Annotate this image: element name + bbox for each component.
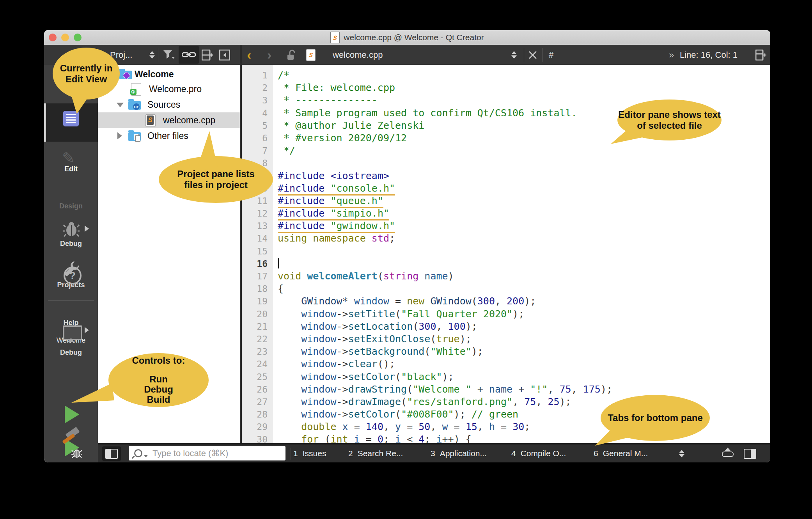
minimize-traffic-light[interactable]: [61, 34, 69, 41]
line-content[interactable]: * File: welcome.cpp: [270, 82, 395, 94]
tree-row-cpp-file-selected[interactable]: welcome.cpp: [98, 112, 240, 128]
line-content[interactable]: /*: [270, 69, 289, 82]
help-mode-icon[interactable]: ?: [64, 267, 82, 284]
code-line[interactable]: 17void welcomeAlert(string name): [242, 270, 770, 283]
close-document-icon[interactable]: [528, 45, 537, 65]
window-title: welcome.cpp @ Welcome - Qt Creator: [344, 33, 484, 42]
symbol-selector[interactable]: #: [549, 45, 553, 65]
code-line[interactable]: 24 window->clear();: [242, 358, 770, 370]
code-line[interactable]: 20 window->setTitle("Fall Quarter 2020")…: [242, 308, 770, 320]
line-content[interactable]: window->clear();: [270, 358, 395, 370]
design-mode-icon[interactable]: ✎: [62, 149, 75, 167]
tree-label: Other files: [147, 131, 188, 141]
line-content[interactable]: #include "console.h": [270, 182, 395, 195]
line-content[interactable]: [270, 245, 278, 258]
open-file-name[interactable]: welcome.cpp: [333, 45, 383, 65]
tree-row-other-files[interactable]: Other files: [98, 128, 240, 144]
left-panel-icon: [105, 449, 118, 459]
pane-selector-updown-icon[interactable]: [149, 45, 155, 65]
expander-open-icon[interactable]: [117, 103, 124, 107]
code-line[interactable]: 1/*: [242, 69, 770, 82]
line-content[interactable]: window->setLocation(300, 100);: [270, 320, 477, 333]
line-content[interactable]: * Sample program used to confirm Qt/CS10…: [270, 107, 577, 119]
line-content[interactable]: * @author Julie Zelenski: [270, 119, 424, 132]
edit-mode-icon[interactable]: [63, 111, 79, 126]
output-tab-general-messages[interactable]: 6General M...: [594, 444, 648, 462]
output-tab-issues[interactable]: 1Issues: [293, 444, 326, 462]
zoom-traffic-light[interactable]: [74, 34, 82, 41]
link-with-editor-button[interactable]: [179, 46, 199, 64]
top-toolbar: Proj... ‹ ›: [44, 45, 770, 65]
line-number: 26: [242, 383, 270, 396]
code-line[interactable]: 15: [242, 245, 770, 258]
code-line[interactable]: 16: [242, 258, 770, 270]
code-line[interactable]: 25 window->setColor("black");: [242, 371, 770, 383]
debug-mode-icon[interactable]: [63, 221, 80, 237]
code-line[interactable]: 13#include "gwindow.h": [242, 220, 770, 232]
code-line[interactable]: 2 * File: welcome.cpp: [242, 82, 770, 94]
line-content[interactable]: [270, 258, 279, 270]
line-col-indicator[interactable]: Line: 16, Col: 1: [680, 45, 738, 65]
output-tab-search-results[interactable]: 2Search Re...: [348, 444, 403, 462]
toggle-right-sidebar-button[interactable]: [741, 446, 759, 461]
line-content[interactable]: window->setExitOnClose(true);: [270, 333, 472, 345]
run-button[interactable]: [65, 405, 79, 423]
output-tab-application-output[interactable]: 3Application...: [431, 444, 487, 462]
close-traffic-light[interactable]: [49, 34, 57, 41]
code-line[interactable]: 19 GWindow* window = new GWindow(300, 20…: [242, 295, 770, 307]
code-line[interactable]: 12#include "simpio.h": [242, 207, 770, 220]
toggle-left-sidebar-button[interactable]: [102, 446, 121, 461]
title-bar: welcome.cpp @ Welcome - Qt Creator: [44, 30, 770, 45]
code-line[interactable]: 8: [242, 157, 770, 169]
line-content[interactable]: window->setBackground("White");: [270, 345, 483, 358]
expander-closed-icon[interactable]: [117, 132, 122, 139]
code-line[interactable]: 26 window->drawString("Welcome " + name …: [242, 383, 770, 396]
code-line[interactable]: 18{: [242, 283, 770, 295]
code-line[interactable]: 23 window->setBackground("White");: [242, 345, 770, 358]
code-line[interactable]: 9#include <iostream>: [242, 170, 770, 182]
line-content[interactable]: window->setColor("#008F00"); // green: [270, 408, 518, 421]
locator-input[interactable]: Type to locate (⌘K): [129, 446, 285, 460]
line-content[interactable]: #include "simpio.h": [270, 207, 389, 220]
line-content[interactable]: window->drawString("Welcome " + name + "…: [270, 383, 612, 396]
filter-icon[interactable]: [163, 45, 175, 65]
line-content[interactable]: * --------------: [270, 94, 378, 107]
line-content[interactable]: GWindow* window = new GWindow(300, 200);: [270, 295, 536, 307]
kit-selector-arrow-icon[interactable]: [85, 327, 89, 333]
line-content[interactable]: #include <iostream>: [270, 170, 389, 182]
code-line[interactable]: 21 window->setLocation(300, 100);: [242, 320, 770, 333]
line-content[interactable]: window->drawImage("res/stanford.png", 75…: [270, 396, 571, 408]
line-content[interactable]: window->setTitle("Fall Quarter 2020");: [270, 308, 524, 320]
close-pane-icon[interactable]: [219, 45, 230, 65]
line-content[interactable]: #include "queue.h": [270, 195, 383, 207]
line-content[interactable]: void welcomeAlert(string name): [270, 270, 454, 283]
line-content[interactable]: window->setColor("black");: [270, 371, 454, 383]
code-line[interactable]: 14using namespace std;: [242, 232, 770, 245]
line-content[interactable]: */: [270, 144, 295, 157]
forward-arrow-icon[interactable]: ›: [267, 45, 271, 65]
document-dropdown-icon[interactable]: [511, 45, 517, 65]
line-content[interactable]: using namespace std;: [270, 232, 395, 245]
build-button[interactable]: [61, 429, 81, 449]
line-content[interactable]: #include "gwindow.h": [270, 220, 395, 232]
code-line[interactable]: 7 */: [242, 144, 770, 157]
output-tab-compile-output[interactable]: 4Compile O...: [511, 444, 566, 462]
sidebar-item-design[interactable]: Design: [44, 202, 98, 210]
split-editor-icon[interactable]: [755, 45, 767, 65]
code-line[interactable]: 11#include "queue.h": [242, 195, 770, 207]
debug-mode-arrow-icon[interactable]: [85, 226, 89, 232]
toolbar-overflow-icon[interactable]: »: [669, 45, 674, 65]
sources-folder-icon: [128, 101, 141, 110]
kit-selector-icon[interactable]: [63, 325, 82, 340]
line-content[interactable]: double x = 140, y = 50, w = 15, h = 30;: [270, 421, 530, 433]
line-content[interactable]: for (int i = 0; i < 4; i++) {: [270, 433, 472, 443]
code-line[interactable]: 22 window->setExitOnClose(true);: [242, 333, 770, 345]
sidebar-item-debug[interactable]: Debug: [44, 240, 98, 248]
back-arrow-icon[interactable]: ‹: [247, 45, 251, 65]
line-content[interactable]: {: [270, 283, 284, 295]
maximize-output-pane-icon[interactable]: [722, 448, 734, 457]
code-line[interactable]: 10#include "console.h": [242, 182, 770, 195]
output-pane-updown-icon[interactable]: [679, 444, 684, 462]
line-content[interactable]: * #version 2020/09/12: [270, 132, 407, 144]
split-pane-icon[interactable]: [202, 45, 215, 65]
